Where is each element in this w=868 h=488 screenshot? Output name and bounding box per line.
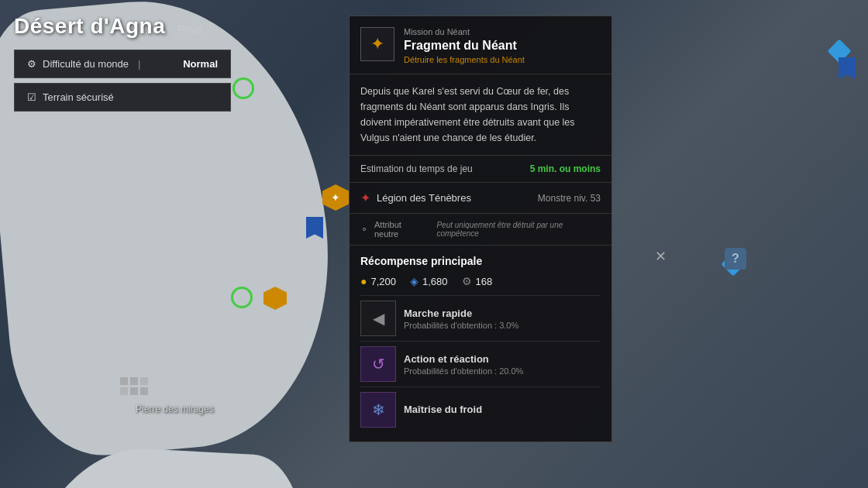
map-building	[130, 387, 138, 395]
location-pierre-des-mirages: Pierre des mirages	[136, 404, 214, 414]
enemy-icon: ✦	[360, 191, 370, 205]
mission-objective: Détruire les fragments du Néant	[404, 55, 601, 64]
map-privacy: Privé	[177, 23, 202, 36]
mission-panel: ✦ Mission du Néant Fragment du Néant Dét…	[349, 15, 612, 442]
divider: |	[138, 58, 140, 70]
mission-icon-box: ✦	[360, 27, 394, 61]
time-label: Estimation du temps de jeu	[360, 163, 473, 174]
terrain-right	[0, 442, 307, 488]
reward-prob-1: Probabilités d'obtention : 3.0%	[404, 321, 518, 330]
reward-icon-box-1: ◀	[360, 301, 396, 336]
reward-name-1: Marche rapide	[404, 308, 518, 319]
reward-item-3: ❄ Maîtrise du froid	[360, 387, 601, 432]
map-building	[140, 377, 148, 385]
xp-icon: ◈	[410, 275, 418, 287]
enemy-level: Monstre niv. 53	[538, 193, 601, 204]
difficulty-label: Difficulté du monde	[43, 58, 129, 70]
coin-icon: ●	[360, 275, 367, 287]
difficulty-button[interactable]: ⚙ Difficulté du monde | Normal	[14, 50, 231, 78]
map-building	[140, 387, 148, 395]
terrain-button[interactable]: ☑ Terrain sécurisé	[14, 83, 231, 112]
mission-description: Depuis que Karel s'est servi du Cœur de …	[350, 74, 611, 156]
crossed-swords-icon-1[interactable]: ✕	[655, 248, 666, 265]
attribute-name: Attribut neutre	[374, 220, 425, 239]
mission-time: Estimation du temps de jeu 5 min. ou moi…	[350, 156, 611, 183]
xp-reward: ◈ 1,680	[410, 275, 448, 287]
controls-panel: ⚙ Difficulté du monde | Normal ☑ Terrain…	[14, 50, 231, 112]
rewards-currency: ● 7,200 ◈ 1,680 ⚙ 168	[360, 275, 601, 287]
reward-icon-3: ❄	[372, 400, 385, 419]
top-left-panel: Désert d'Agna Privé ⚙ Difficulté du mond…	[14, 14, 231, 112]
mission-rewards: Récompense principale ● 7,200 ◈ 1,680 ⚙ …	[350, 246, 611, 442]
xp-value: 1,680	[422, 276, 448, 287]
reward-icon-2: ↺	[372, 355, 385, 373]
reward-icon-1: ◀	[373, 309, 384, 328]
globe-icon: ⚙	[27, 58, 36, 70]
gear-value: 168	[476, 276, 493, 287]
mission-header-text: Mission du Néant Fragment du Néant Détru…	[404, 27, 601, 64]
difficulty-value: Normal	[183, 58, 218, 70]
map-building	[120, 377, 128, 385]
attribute-icon: ⚬	[360, 224, 368, 235]
green-circle-icon-1[interactable]	[232, 77, 254, 99]
bookmark-icon-2[interactable]	[839, 57, 856, 79]
green-circle-icon-2[interactable]	[231, 287, 253, 308]
mission-icon: ✦	[370, 34, 384, 54]
reward-info-1: Marche rapide Probabilités d'obtention :…	[404, 308, 518, 330]
terrain-label: Terrain sécurisé	[43, 91, 114, 103]
reward-item-1: ◀ Marche rapide Probabilités d'obtention…	[360, 295, 601, 341]
mission-attribute: ⚬ Attribut neutre Peut uniquement être d…	[350, 214, 611, 246]
gold-value: 7,200	[370, 276, 396, 287]
attribute-desc: Peut uniquement être détruit par une com…	[436, 221, 601, 238]
gear-reward-icon: ⚙	[462, 275, 472, 287]
reward-name-3: Maîtrise du froid	[404, 404, 482, 415]
gold-reward: ● 7,200	[360, 275, 396, 287]
enemy-name: Légion des Ténèbres	[377, 192, 532, 204]
rewards-title: Récompense principale	[360, 255, 601, 267]
reward-info-3: Maîtrise du froid	[404, 404, 482, 417]
map-building	[120, 387, 128, 395]
reward-icon-box-3: ❄	[360, 392, 396, 428]
reward-icon-box-2: ↺	[360, 346, 396, 382]
mission-type: Mission du Néant	[404, 27, 601, 36]
time-value: 5 min. ou moins	[530, 163, 601, 174]
map-title: Désert d'Agna	[14, 14, 165, 39]
reward-prob-2: Probabilités d'obtention : 20.0%	[404, 366, 523, 376]
mission-name: Fragment du Néant	[404, 38, 601, 53]
mission-header: ✦ Mission du Néant Fragment du Néant Dét…	[350, 16, 611, 74]
reward-info-2: Action et réaction Probabilités d'obtent…	[404, 353, 523, 376]
map-building	[130, 377, 138, 385]
gear-reward: ⚙ 168	[462, 275, 493, 287]
question-icon-1[interactable]: ?	[725, 248, 746, 270]
mission-enemy: ✦ Légion des Ténèbres Monstre niv. 53	[350, 183, 611, 214]
reward-name-2: Action et réaction	[404, 353, 523, 365]
reward-item-2: ↺ Action et réaction Probabilités d'obte…	[360, 341, 601, 387]
checkbox-icon: ☑	[27, 91, 36, 103]
